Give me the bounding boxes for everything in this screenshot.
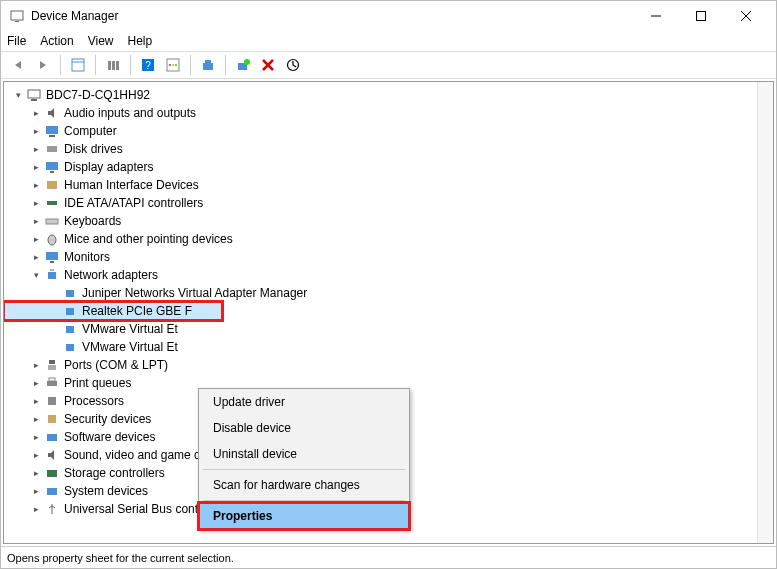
forward-button[interactable] [32, 54, 54, 76]
network-adapter-icon [62, 339, 78, 355]
tree-root-label: BDC7-D-CQ1HH92 [46, 88, 150, 102]
menu-properties[interactable]: Properties [199, 503, 409, 529]
sound-icon [44, 447, 60, 463]
disk-icon [44, 141, 60, 157]
svg-rect-47 [48, 415, 56, 423]
expander-icon[interactable]: ▸ [30, 197, 42, 209]
svg-rect-8 [108, 61, 111, 70]
tree-item-display[interactable]: ▸Display adapters [4, 158, 757, 176]
svg-text:?: ? [145, 60, 151, 71]
tree-item-network[interactable]: ▾Network adapters [4, 266, 757, 284]
tree-item-hid[interactable]: ▸Human Interface Devices [4, 176, 757, 194]
menu-disable-device[interactable]: Disable device [199, 415, 409, 441]
expander-icon[interactable]: ▸ [30, 161, 42, 173]
expander-icon[interactable]: ▸ [30, 125, 42, 137]
expander-icon[interactable]: ▸ [30, 431, 42, 443]
computer-icon [44, 123, 60, 139]
svg-rect-40 [66, 326, 74, 333]
expander-icon[interactable]: ▸ [30, 107, 42, 119]
expander-icon[interactable]: ▸ [30, 467, 42, 479]
expander-icon[interactable]: ▸ [30, 449, 42, 461]
tree-item-mice[interactable]: ▸Mice and other pointing devices [4, 230, 757, 248]
svg-rect-41 [66, 344, 74, 351]
back-button[interactable] [7, 54, 29, 76]
svg-rect-29 [46, 162, 58, 170]
tree-item-keyboards[interactable]: ▸Keyboards [4, 212, 757, 230]
tree-item-juniper[interactable]: Juniper Networks Virtual Adapter Manager [4, 284, 757, 302]
menu-file[interactable]: File [7, 34, 26, 48]
scrollbar[interactable] [757, 82, 773, 543]
menu-view[interactable]: View [88, 34, 114, 48]
disable-button[interactable] [282, 54, 304, 76]
tree-item-vmware2[interactable]: VMware Virtual Et [4, 338, 757, 356]
update-driver-button[interactable] [197, 54, 219, 76]
expander-icon[interactable]: ▸ [30, 143, 42, 155]
svg-rect-17 [203, 63, 213, 70]
svg-rect-50 [47, 488, 57, 495]
toolbar-sep [60, 55, 61, 75]
titlebar: Device Manager [1, 1, 776, 31]
expander-icon[interactable]: ▾ [12, 89, 24, 101]
properties-button[interactable] [102, 54, 124, 76]
tree-item-monitors[interactable]: ▸Monitors [4, 248, 757, 266]
expander-icon[interactable]: ▸ [30, 179, 42, 191]
svg-rect-42 [49, 360, 55, 364]
scan-hardware-button[interactable] [232, 54, 254, 76]
expander-icon[interactable]: ▸ [30, 215, 42, 227]
tree-item-ports[interactable]: ▸Ports (COM & LPT) [4, 356, 757, 374]
menu-scan-hardware[interactable]: Scan for hardware changes [199, 472, 409, 498]
svg-rect-1 [15, 21, 19, 22]
keyboard-icon [44, 213, 60, 229]
usb-icon [44, 501, 60, 517]
processor-icon [44, 393, 60, 409]
svg-rect-33 [46, 219, 58, 224]
statusbar: Opens property sheet for the current sel… [1, 546, 776, 568]
expander-icon[interactable]: ▸ [30, 413, 42, 425]
expander-icon[interactable]: ▸ [30, 359, 42, 371]
storage-icon [44, 465, 60, 481]
show-hide-tree-button[interactable] [67, 54, 89, 76]
svg-rect-27 [49, 135, 55, 137]
action-button[interactable] [162, 54, 184, 76]
menu-help[interactable]: Help [128, 34, 153, 48]
menu-action[interactable]: Action [40, 34, 73, 48]
svg-point-34 [48, 235, 56, 245]
expander-icon[interactable]: ▸ [30, 251, 42, 263]
expander-icon[interactable]: ▸ [30, 377, 42, 389]
uninstall-button[interactable] [257, 54, 279, 76]
tree-item-audio[interactable]: ▸Audio inputs and outputs [4, 104, 757, 122]
toolbar-sep [190, 55, 191, 75]
monitor-icon [44, 249, 60, 265]
app-icon [9, 8, 25, 24]
menu-separator [203, 469, 405, 470]
tree-item-disk[interactable]: ▸Disk drives [4, 140, 757, 158]
toolbar-sep [225, 55, 226, 75]
printer-icon [44, 375, 60, 391]
tree-item-computer[interactable]: ▸Computer [4, 122, 757, 140]
menu-update-driver[interactable]: Update driver [199, 389, 409, 415]
help-button[interactable]: ? [137, 54, 159, 76]
svg-rect-46 [48, 397, 56, 405]
minimize-button[interactable] [633, 2, 678, 30]
maximize-button[interactable] [678, 2, 723, 30]
svg-rect-0 [11, 11, 23, 20]
software-icon [44, 429, 60, 445]
expander-icon[interactable]: ▸ [30, 503, 42, 515]
tree-item-ide[interactable]: ▸IDE ATA/ATAPI controllers [4, 194, 757, 212]
menu-uninstall-device[interactable]: Uninstall device [199, 441, 409, 467]
expander-icon[interactable]: ▾ [30, 269, 42, 281]
svg-rect-9 [112, 61, 115, 70]
svg-rect-38 [66, 290, 74, 297]
expander-icon[interactable]: ▸ [30, 485, 42, 497]
svg-point-20 [244, 59, 250, 65]
tree-root[interactable]: ▾ BDC7-D-CQ1HH92 [4, 86, 757, 104]
tree-item-vmware1[interactable]: VMware Virtual Et [4, 320, 757, 338]
ide-icon [44, 195, 60, 211]
svg-rect-3 [696, 12, 705, 21]
svg-rect-44 [47, 381, 57, 386]
expander-icon[interactable]: ▸ [30, 233, 42, 245]
expander-icon[interactable]: ▸ [30, 395, 42, 407]
tree-item-realtek[interactable]: Realtek PCIe GBE F [4, 302, 222, 320]
close-button[interactable] [723, 2, 768, 30]
svg-rect-43 [48, 365, 56, 370]
